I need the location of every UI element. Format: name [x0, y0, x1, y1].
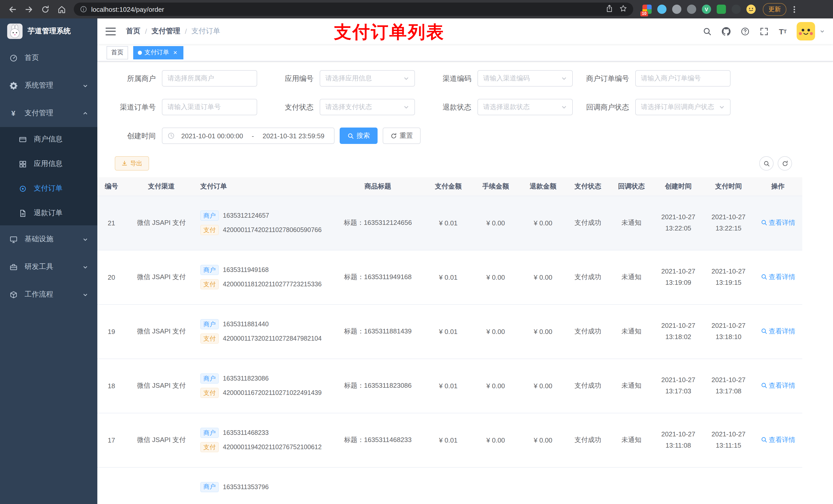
- sidebar-label: 应用信息: [34, 159, 88, 169]
- filter-input[interactable]: 请输入渠道订单号: [162, 99, 257, 115]
- view-detail-link[interactable]: 查看详情: [761, 218, 795, 227]
- breadcrumb-payment[interactable]: 支付管理: [152, 27, 180, 36]
- filter-select[interactable]: 请输入渠道编码: [477, 70, 573, 87]
- browser-update-button[interactable]: 更新: [763, 3, 786, 16]
- sidebar-item-infra[interactable]: 基础设施: [0, 225, 97, 253]
- share-icon[interactable]: [605, 4, 613, 14]
- sidebar-item-pay-order[interactable]: 支付订单: [0, 176, 97, 201]
- view-detail-link[interactable]: 查看详情: [761, 381, 795, 390]
- cell-channel: 微信 JSAPI 支付: [125, 359, 197, 413]
- orders-tbody: 21 微信 JSAPI 支付 商户 1635312124657 支付 42000…: [97, 196, 802, 467]
- bookmark-star-icon[interactable]: [619, 4, 627, 14]
- filter-label: 渠道订单号: [105, 99, 162, 115]
- url-text[interactable]: localhost:1024/pay/order: [91, 5, 601, 13]
- col-id: 编号: [97, 177, 125, 196]
- app-logo[interactable]: 芋道管理系统: [0, 19, 97, 44]
- cell-actions: 查看详情: [754, 250, 802, 304]
- toggle-search-button[interactable]: [759, 156, 774, 171]
- extension-badge: 10: [640, 11, 648, 16]
- cell-status: 支付成功: [566, 304, 610, 359]
- reload-icon[interactable]: [38, 2, 52, 16]
- placeholder-text: 请选择退款状态: [483, 102, 561, 112]
- reset-button[interactable]: 重置: [383, 127, 421, 144]
- sidebar-item-home[interactable]: 首页: [0, 44, 97, 72]
- filter-select[interactable]: 请选择支付状态: [320, 99, 415, 115]
- view-detail-link[interactable]: 查看详情: [761, 435, 795, 445]
- target-icon: [19, 184, 27, 193]
- sidebar-item-workflow[interactable]: 工作流程: [0, 281, 97, 308]
- date-filter-row: 创建时间 2021-10-01 00:00:00 - 2021-10-31 23…: [105, 127, 833, 144]
- extension-gray2-icon[interactable]: [687, 5, 696, 14]
- profile-avatar-icon[interactable]: [746, 5, 756, 14]
- filter-label: 回调商户状态: [579, 99, 635, 115]
- address-bar[interactable]: localhost:1024/pay/order: [74, 3, 633, 16]
- breadcrumb-separator: /: [145, 27, 147, 35]
- hamburger-icon[interactable]: [105, 27, 116, 35]
- date-end-value[interactable]: 2021-10-31 23:59:59: [258, 132, 329, 140]
- tab-home[interactable]: 首页: [106, 46, 128, 59]
- tab-pay-order[interactable]: 支付订单 ×: [133, 46, 184, 59]
- header-search-icon[interactable]: [702, 26, 712, 37]
- extension-vue-icon[interactable]: V: [702, 5, 711, 14]
- filter-field: 应用编号 请选择应用信息: [263, 70, 415, 87]
- sidebar-item-refund-order[interactable]: 退款订单: [0, 201, 97, 225]
- cell-fee: ¥ 0.00: [471, 359, 520, 413]
- home-icon[interactable]: [54, 2, 69, 16]
- forward-icon[interactable]: [22, 2, 36, 16]
- filter-select[interactable]: 请选择退款状态: [477, 99, 573, 115]
- sidebar-item-payment[interactable]: ¥ 支付管理: [0, 99, 97, 127]
- col-amount: 支付金额: [425, 177, 471, 196]
- extension-blue-icon[interactable]: [657, 5, 667, 14]
- cell-id: 20: [97, 250, 125, 304]
- extension-colorful-icon[interactable]: 10: [642, 5, 652, 14]
- filter-select[interactable]: 请选择订单回调商户状态: [635, 99, 731, 115]
- filter-input[interactable]: 请选择所属商户: [162, 70, 257, 87]
- filter-select[interactable]: 请选择应用信息: [320, 70, 415, 87]
- export-button[interactable]: 导出: [115, 156, 149, 171]
- create-time-range-input[interactable]: 2021-10-01 00:00:00 - 2021-10-31 23:59:5…: [162, 127, 335, 144]
- placeholder-text: 请输入商户订单编号: [641, 74, 725, 83]
- merchant-order-no: 1635311353796: [223, 483, 269, 490]
- refresh-button[interactable]: [778, 156, 792, 171]
- user-avatar[interactable]: [796, 22, 815, 41]
- help-icon[interactable]: [740, 26, 750, 37]
- browser-menu-icon[interactable]: [793, 6, 795, 13]
- chevron-down-icon[interactable]: [820, 29, 825, 34]
- chevron-down-icon: [82, 236, 88, 242]
- filter-field: 退款状态 请选择退款状态: [421, 99, 573, 115]
- extension-gray-icon[interactable]: [672, 5, 681, 14]
- placeholder-text: 请选择应用信息: [325, 74, 403, 83]
- sidebar-item-devtools[interactable]: 研发工具: [0, 253, 97, 281]
- close-icon[interactable]: ×: [172, 49, 179, 56]
- back-icon[interactable]: [5, 2, 20, 16]
- site-info-icon[interactable]: [80, 6, 87, 13]
- chevron-down-icon: [82, 83, 88, 88]
- sidebar-item-merchant-info[interactable]: 商户信息: [0, 127, 97, 152]
- table-row: 20 微信 JSAPI 支付 商户 1635311949168 支付 42000…: [97, 250, 802, 304]
- filter-input[interactable]: 请输入商户订单编号: [635, 70, 731, 87]
- extension-green-icon[interactable]: [717, 5, 726, 14]
- cell-pay-order: 商户 1635311468233 支付 42000011942021102767…: [197, 413, 330, 467]
- date-start-value[interactable]: 2021-10-01 00:00:00: [177, 132, 248, 140]
- cell-channel: 微信 JSAPI 支付: [125, 304, 197, 359]
- breadcrumb-separator: /: [185, 27, 187, 35]
- breadcrumb-home[interactable]: 首页: [126, 27, 140, 36]
- date-separator: -: [250, 132, 256, 140]
- orders-tbody-partial: 商户 1635311353796: [97, 467, 802, 504]
- cell-pay-time: 2021-10-27 13:19:15: [704, 250, 754, 304]
- filter-label: 创建时间: [105, 127, 162, 144]
- filter-fields: 所属商户 请选择所属商户 应用编号 请选择应用信息 渠道编码 请输入渠道编码 商…: [105, 70, 833, 127]
- search-button[interactable]: 搜索: [340, 127, 378, 144]
- view-detail-link[interactable]: 查看详情: [761, 327, 795, 336]
- sidebar-item-app-info[interactable]: 应用信息: [0, 152, 97, 176]
- fullscreen-icon[interactable]: [759, 26, 769, 37]
- sidebar-item-system[interactable]: 系统管理: [0, 72, 97, 99]
- github-icon[interactable]: [721, 26, 731, 37]
- font-size-icon[interactable]: TT: [778, 26, 788, 37]
- merchant-tag: 商户: [200, 374, 219, 384]
- cell-create-time: 2021-10-27 13:22:05: [653, 196, 704, 250]
- extension-dark-icon[interactable]: [732, 5, 741, 14]
- view-detail-link[interactable]: 查看详情: [761, 272, 795, 282]
- pay-transaction-no: 4200001174202110278060590766: [223, 226, 322, 234]
- col-refund: 退款金额: [520, 177, 566, 196]
